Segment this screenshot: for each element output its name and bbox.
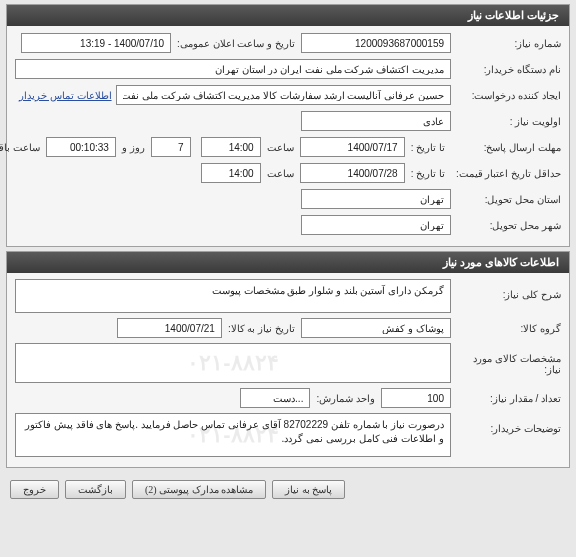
label-hour-1: ساعت (261, 142, 300, 153)
label-announce-dt: تاریخ و ساعت اعلان عمومی: (171, 38, 301, 49)
attachments-button[interactable]: مشاهده مدارک پیوستی (2) (132, 480, 266, 499)
label-province: استان محل تحویل: (451, 194, 561, 205)
label-deadline: مهلت ارسال پاسخ: (451, 142, 561, 153)
label-creator: ایجاد کننده درخواست: (451, 90, 561, 101)
desc-general-field[interactable]: گرمکن دارای آستین بلند و شلوار طبق مشخصا… (15, 279, 451, 313)
goods-info-panel: اطلاعات کالاهای مورد نیاز شرح کلی نیاز: … (6, 251, 570, 468)
label-remaining: ساعت باقی مانده (0, 142, 46, 153)
label-goods-group: گروه کالا: (451, 323, 561, 334)
buyer-notes-field[interactable]: درصورت نیاز با شماره تلفن 82702229 آقای … (15, 413, 451, 457)
button-bar: پاسخ به نیاز مشاهده مدارک پیوستی (2) باز… (0, 472, 576, 507)
label-days-and: روز و (116, 142, 151, 153)
days-remaining-field[interactable] (151, 137, 191, 157)
creator-field[interactable] (116, 85, 451, 105)
label-count-unit: واحد شمارش: (310, 393, 381, 404)
label-to-date-2: تا تاریخ : (405, 168, 451, 179)
label-city: شهر محل تحویل: (451, 220, 561, 231)
label-buyer-org: نام دستگاه خریدار: (451, 64, 561, 75)
label-buyer-notes: توضیحات خریدار: (451, 413, 561, 434)
label-req-number: شماره نیاز: (451, 38, 561, 49)
goods-group-field[interactable] (301, 318, 451, 338)
valid-time-field[interactable] (201, 163, 261, 183)
label-hour-2: ساعت (261, 168, 300, 179)
contact-info-link[interactable]: اطلاعات تماس خریدار (15, 90, 116, 101)
province-field[interactable] (301, 189, 451, 209)
qty-field[interactable] (381, 388, 451, 408)
label-desc-general: شرح کلی نیاز: (451, 279, 561, 300)
buyer-org-field[interactable] (15, 59, 451, 79)
section-header-details: جزئیات اطلاعات نیاز (7, 5, 569, 26)
section-body-details: شماره نیاز: تاریخ و ساعت اعلان عمومی: نا… (7, 26, 569, 246)
announce-dt-field[interactable] (21, 33, 171, 53)
time-remaining-field[interactable] (46, 137, 116, 157)
label-valid-min: حداقل تاریخ اعتبار قیمت: (451, 168, 561, 179)
section-header-goods: اطلاعات کالاهای مورد نیاز (7, 252, 569, 273)
deadline-time-field[interactable] (201, 137, 261, 157)
req-number-field[interactable] (301, 33, 451, 53)
need-date-goods-field[interactable] (117, 318, 222, 338)
section-body-goods: شرح کلی نیاز: گرمکن دارای آستین بلند و ش… (7, 273, 569, 467)
goods-spec-field[interactable] (15, 343, 451, 383)
need-details-panel: جزئیات اطلاعات نیاز شماره نیاز: تاریخ و … (6, 4, 570, 247)
city-field[interactable] (301, 215, 451, 235)
priority-field[interactable] (301, 111, 451, 131)
back-button[interactable]: بازگشت (65, 480, 126, 499)
label-qty: تعداد / مقدار نیاز: (451, 393, 561, 404)
deadline-date-field[interactable] (300, 137, 405, 157)
valid-date-field[interactable] (300, 163, 405, 183)
label-to-date-1: تا تاریخ : (405, 142, 451, 153)
label-priority: اولویت نیاز : (451, 116, 561, 127)
label-goods-spec: مشخصات کالای مورد نیاز: (451, 343, 561, 375)
count-unit-field[interactable] (240, 388, 310, 408)
label-need-date-goods: تاریخ نیاز به کالا: (222, 323, 301, 334)
respond-button[interactable]: پاسخ به نیاز (272, 480, 345, 499)
exit-button[interactable]: خروج (10, 480, 59, 499)
